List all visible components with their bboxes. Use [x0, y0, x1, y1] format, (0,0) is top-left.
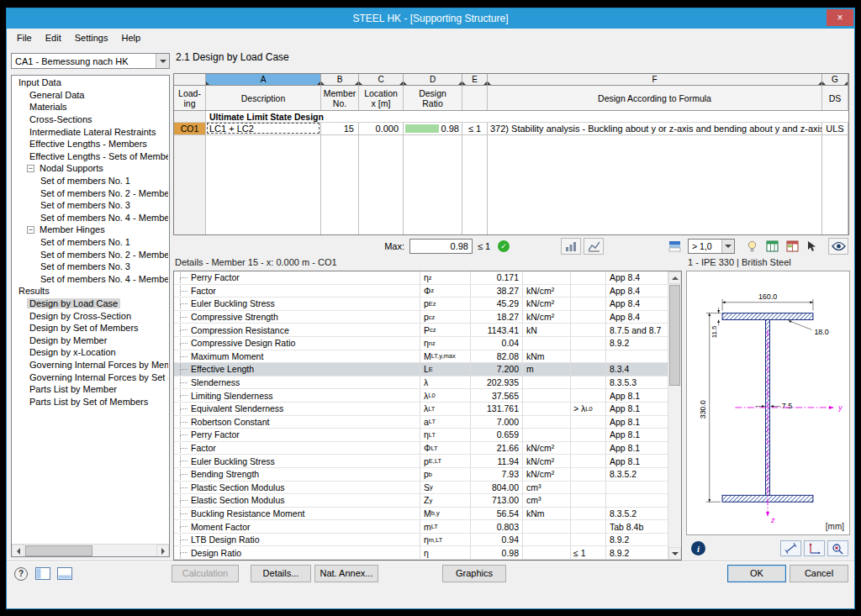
details-row[interactable]: Robertson ConstantaLT7.000App 8.1 [174, 416, 668, 429]
details-row[interactable]: FactorΦLT21.66kN/cm²App 8.1 [174, 442, 668, 455]
tree-item[interactable]: General Data [13, 89, 168, 102]
tree-item[interactable]: Input Data [13, 76, 168, 89]
cell-limit[interactable]: ≤ 1 [462, 123, 488, 134]
menu-item-edit[interactable]: Edit [39, 30, 68, 45]
tree-item[interactable]: Results [13, 285, 168, 297]
scroll-up-arrow[interactable] [668, 271, 681, 284]
tree-item[interactable]: Parts List by Member [13, 383, 168, 396]
details-scrollbar[interactable] [668, 271, 681, 560]
details-row[interactable]: Limiting SlendernessλL037.565App 8.1 [174, 389, 668, 403]
axes-toggle-button[interactable] [804, 540, 825, 556]
column-letter-e[interactable]: E [462, 74, 488, 85]
threshold-select[interactable]: > 1,0 [688, 239, 735, 254]
selected-cell[interactable]: LC1 + LC2 [207, 123, 320, 134]
cell-location[interactable]: 0.000 [359, 123, 404, 134]
details-row[interactable]: Compressive Strengthpcz18.27kN/cm²App 8.… [174, 311, 668, 324]
result-values-button[interactable] [561, 238, 581, 255]
visibility-button[interactable] [828, 238, 848, 255]
tree-item[interactable]: Governing Internal Forces by Member [13, 359, 168, 371]
header-member-no[interactable]: Member No. [321, 86, 359, 110]
zoom-reset-button[interactable] [827, 540, 848, 556]
scroll-down-arrow[interactable] [668, 547, 681, 560]
header-formula[interactable]: Design According to Formula [488, 86, 822, 110]
scrollbar-thumb[interactable] [669, 285, 680, 386]
details-row[interactable]: Compressive Design Ratioηnz0.048.9.2 [174, 337, 668, 350]
details-row[interactable]: LTB Design Ratioηm,LT0.948.9.2 [174, 534, 668, 547]
tree-item[interactable]: Design by Cross-Section [13, 309, 168, 322]
cell-loading[interactable]: CO1 [174, 123, 206, 134]
tree-item[interactable]: Effective Lengths - Sets of Members [13, 150, 168, 163]
tree-item[interactable]: Set of members No. 1 [13, 175, 168, 187]
import-excel-button[interactable] [782, 238, 802, 255]
details-row[interactable]: Plastic Section ModulusSy804.00cm³ [174, 482, 668, 495]
cell-formula[interactable]: 372) Stability analysis - Buckling about… [488, 123, 822, 134]
menu-item-help[interactable]: Help [114, 30, 147, 45]
details-row[interactable]: Slendernessλ202.9358.3.5.3 [174, 376, 668, 390]
details-row[interactable]: Buckling Resistance MomentMb,y56.54kNm8.… [174, 508, 668, 521]
help-button[interactable]: ? [11, 565, 31, 582]
cross-section-view[interactable]: 160.0 11.5 18.0 330.0 7.5 y z [686, 271, 850, 535]
column-letter-g[interactable]: G [822, 74, 848, 85]
tree-item[interactable]: Design by Set of Members [13, 322, 168, 334]
details-row[interactable]: Equivalent SlendernessλLT131.761> λL0App… [174, 403, 668, 416]
header-loading[interactable]: Load- ing [174, 86, 206, 110]
column-letter-b[interactable]: B [321, 74, 359, 85]
collapse-icon[interactable]: − [27, 165, 34, 172]
threshold-dropdown-button[interactable] [721, 240, 734, 253]
details-row[interactable]: Elastic Section ModulusZy713.00cm³ [174, 494, 668, 508]
case-selector[interactable]: CA1 - Bemessung nach HK [11, 53, 170, 69]
tree-item[interactable]: Set of members No. 3 [13, 199, 168, 212]
header-design-ratio[interactable]: Design Ratio [404, 86, 462, 110]
header-description[interactable]: Description [206, 86, 321, 110]
details-row[interactable]: Euler Buckling StresspE,LT11.94kN/cm²App… [174, 455, 668, 468]
result-diagram-button[interactable] [584, 238, 604, 255]
details-row[interactable]: Bending Strengthpb7.93kN/cm²8.3.5.2 [174, 468, 668, 482]
header-ds[interactable]: DS [822, 86, 848, 110]
cell-description[interactable]: LC1 + LC2 [206, 123, 321, 134]
cell-design-ratio[interactable]: 0.98 [404, 123, 462, 134]
scroll-right-arrow[interactable] [156, 545, 169, 557]
scrollbar-thumb[interactable] [25, 545, 92, 556]
details-row[interactable]: FactorΦz38.27kN/cm²App 8.4 [174, 285, 668, 298]
tree-item[interactable]: Set of members No. 4 - Member 5 [13, 212, 168, 224]
graphics-button[interactable]: Graphics [442, 565, 506, 582]
tree-item[interactable]: Design by x-Location [13, 346, 168, 359]
calculation-button[interactable]: Calculation [172, 565, 239, 582]
scroll-left-arrow[interactable] [12, 545, 24, 557]
details-row[interactable]: Euler Buckling StresspEz45.29kN/cm²App 8… [174, 297, 668, 311]
details-row[interactable]: Perry FactorηLT0.659App 8.1 [174, 429, 668, 442]
details-row[interactable]: Moment FactormLT0.803Tab 8.4b [174, 520, 668, 534]
column-letter-a[interactable]: A [206, 74, 321, 85]
column-letter-d[interactable]: D [404, 74, 462, 85]
ok-button[interactable]: OK [727, 565, 786, 582]
header-limit[interactable] [462, 86, 488, 110]
column-letter-c[interactable]: C [359, 74, 404, 85]
details-row[interactable]: Effective LengthLE7.200m8.3.4 [174, 363, 668, 376]
collapse-icon[interactable]: − [27, 226, 34, 234]
tree-item[interactable]: −Nodal Supports [13, 162, 168, 175]
details-row[interactable]: Design Ratioη0.98≤ 18.9.2 [174, 546, 668, 560]
tree-item[interactable]: Set of members No. 3 [13, 261, 168, 273]
title-bar[interactable]: STEEL HK - [Supporting Structure] × [7, 8, 854, 29]
tree-item[interactable]: Cross-Sections [13, 113, 168, 126]
nat-annex-button[interactable]: Nat. Annex... [314, 565, 378, 582]
tree-item[interactable]: Set of members No. 1 [13, 236, 168, 249]
tree-item[interactable]: Governing Internal Forces by Set of Memb… [13, 371, 168, 383]
cell-member-no[interactable]: 15 [321, 123, 359, 134]
details-row[interactable]: Compression ResistancePcz1143.41kN8.7.5 … [174, 324, 668, 337]
tip-button[interactable] [742, 238, 762, 255]
menu-item-settings[interactable]: Settings [68, 30, 115, 45]
pick-member-button[interactable] [802, 238, 822, 255]
table-row[interactable]: CO1 LC1 + LC2 15 0.000 0.98 ≤ 1 372) Sta… [174, 123, 848, 135]
tree-item[interactable]: Set of members No. 4 - Member 5 [13, 273, 168, 286]
details-row[interactable]: Maximum MomentMLT,y,max82.08kNm [174, 350, 668, 364]
export-excel-button[interactable] [762, 238, 782, 255]
panel-bottom-toggle-button[interactable] [55, 565, 75, 582]
cancel-button[interactable]: Cancel [790, 565, 848, 582]
panel-left-toggle-button[interactable] [33, 565, 53, 582]
tree-item[interactable]: Set of members No. 2 - Member 5 [13, 187, 168, 199]
menu-item-file[interactable]: File [10, 30, 39, 45]
header-location[interactable]: Location x [m] [359, 86, 404, 110]
details-button[interactable]: Details... [251, 565, 311, 582]
close-button[interactable]: × [827, 9, 853, 26]
